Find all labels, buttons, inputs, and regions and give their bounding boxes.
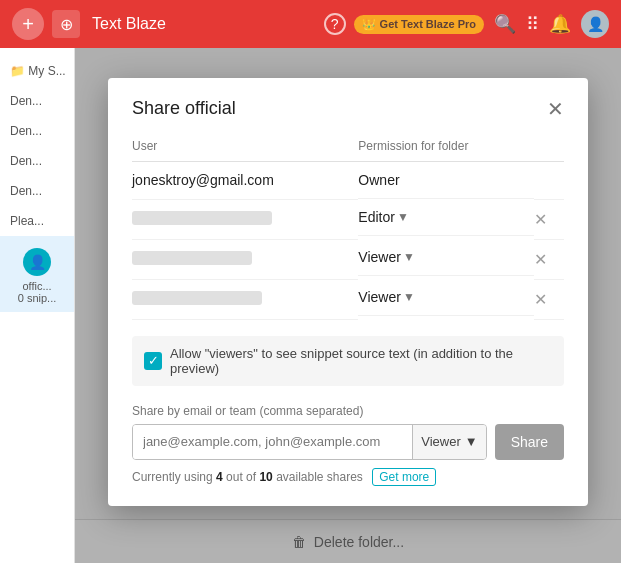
sidebar-item-label: Den... [10, 154, 42, 168]
permission-viewer2-dropdown[interactable]: Viewer ▼ [358, 289, 414, 305]
avatar-icon: 👤 [587, 16, 604, 32]
sidebar-item-den2[interactable]: Den... [0, 116, 74, 146]
user-email-owner: jonesktroy@gmail.com [132, 162, 358, 200]
add-snippet-button[interactable]: ⊕ [52, 10, 80, 38]
app-title: Text Blaze [92, 15, 316, 33]
permission-editor-label: Editor [358, 209, 395, 225]
modal-overlay[interactable]: Share official ✕ User Permission for fol… [75, 48, 621, 563]
sidebar-item-plea[interactable]: Plea... [0, 206, 74, 236]
nav-right-group: 👑 Get Text Blaze Pro 🔍 ⠿ 🔔 👤 [354, 10, 609, 38]
share-input-label: Share by email or team (comma separated) [132, 404, 564, 418]
share-email-input[interactable] [133, 425, 412, 459]
sidebar-item-den3[interactable]: Den... [0, 146, 74, 176]
navbar: + ⊕ Text Blaze ? 👑 Get Text Blaze Pro 🔍 … [0, 0, 621, 48]
users-table: User Permission for folder jonesktroy@gm… [132, 139, 564, 320]
table-row: jonesktroy@gmail.com Owner [132, 162, 564, 200]
dropdown-arrow-icon: ▼ [403, 290, 415, 304]
help-button[interactable]: ? [324, 13, 346, 35]
share-info-connector: out of [223, 470, 260, 484]
table-row: Viewer ▼ ✕ [132, 279, 564, 319]
table-row: Editor ▼ ✕ [132, 199, 564, 239]
user-email-blurred [132, 211, 272, 225]
share-section: Share by email or team (comma separated)… [132, 404, 564, 486]
bell-icon[interactable]: 🔔 [549, 13, 571, 35]
allow-viewers-checkbox-row[interactable]: ✓ Allow "viewers" to see snippet source … [132, 336, 564, 386]
user-icon: 👤 [29, 254, 46, 270]
viewer-select-dropdown[interactable]: Viewer ▼ [412, 425, 485, 459]
crown-icon: 👑 [362, 18, 376, 31]
viewer-select-label: Viewer [421, 434, 461, 449]
sidebar-item-label: Plea... [10, 214, 44, 228]
grid-icon[interactable]: ⠿ [526, 13, 539, 35]
get-more-link[interactable]: Get more [372, 468, 436, 486]
sidebar-active-sublabel: 0 snip... [10, 292, 64, 304]
main-content: Share official ✕ User Permission for fol… [75, 48, 621, 563]
permission-viewer2-cell: Viewer ▼ [358, 289, 414, 305]
snippet-add-icon: ⊕ [60, 15, 73, 34]
help-icon: ? [331, 16, 339, 32]
user-email-blurred [132, 251, 252, 265]
search-icon[interactable]: 🔍 [494, 13, 516, 35]
share-modal: Share official ✕ User Permission for fol… [108, 78, 588, 506]
pro-badge[interactable]: 👑 Get Text Blaze Pro [354, 15, 484, 34]
share-info: Currently using 4 out of 10 available sh… [132, 468, 564, 486]
share-input-row: Viewer ▼ Share [132, 424, 564, 460]
viewer-dropdown-arrow-icon: ▼ [465, 434, 478, 449]
share-info-total: 10 [259, 470, 272, 484]
permission-editor-cell: Editor ▼ [358, 209, 408, 225]
permission-editor-dropdown[interactable]: Editor ▼ [358, 209, 408, 225]
share-info-suffix: available shares [273, 470, 363, 484]
sidebar-active-label: offic... [10, 280, 64, 292]
share-button[interactable]: Share [495, 424, 564, 460]
sidebar-item-label: Den... [10, 124, 42, 138]
share-input-wrapper: Viewer ▼ [132, 424, 487, 460]
checkbox-label: Allow "viewers" to see snippet source te… [170, 346, 552, 376]
share-info-prefix: Currently using [132, 470, 216, 484]
permission-owner: Owner [358, 162, 534, 199]
sidebar-item-den1[interactable]: Den... [0, 86, 74, 116]
sidebar-item-label: Den... [10, 184, 42, 198]
folder-user-icon: 👤 [23, 248, 51, 276]
permission-viewer-dropdown[interactable]: Viewer ▼ [358, 249, 414, 265]
dropdown-arrow-icon: ▼ [397, 210, 409, 224]
page-background: 📁 My S... Den... Den... Den... Den... Pl… [0, 48, 621, 563]
folder-icon: 📁 [10, 64, 25, 78]
sidebar-my-snippets-label: My S... [28, 64, 65, 78]
sidebar-item-my-snippets[interactable]: 📁 My S... [0, 56, 74, 86]
permission-viewer-label: Viewer [358, 249, 401, 265]
dropdown-arrow-icon: ▼ [403, 250, 415, 264]
plus-icon: + [22, 13, 34, 36]
add-button[interactable]: + [12, 8, 44, 40]
modal-header: Share official ✕ [132, 98, 564, 119]
sidebar-item-official[interactable]: 👤 offic... 0 snip... [0, 236, 74, 312]
user-email-blurred [132, 291, 262, 305]
sidebar-item-den4[interactable]: Den... [0, 176, 74, 206]
col-permission-header: Permission for folder [358, 139, 534, 162]
remove-user-button[interactable]: ✕ [534, 210, 547, 229]
modal-close-button[interactable]: ✕ [547, 99, 564, 119]
sidebar: 📁 My S... Den... Den... Den... Den... Pl… [0, 48, 75, 563]
table-row: Viewer ▼ ✕ [132, 239, 564, 279]
permission-viewer2-label: Viewer [358, 289, 401, 305]
checkbox-checked[interactable]: ✓ [144, 352, 162, 370]
remove-user-button[interactable]: ✕ [534, 290, 547, 309]
col-user-header: User [132, 139, 358, 162]
share-info-used: 4 [216, 470, 223, 484]
modal-title: Share official [132, 98, 236, 119]
sidebar-item-label: Den... [10, 94, 42, 108]
remove-user-button[interactable]: ✕ [534, 250, 547, 269]
permission-viewer-cell: Viewer ▼ [358, 249, 414, 265]
pro-label: Get Text Blaze Pro [380, 18, 476, 30]
avatar[interactable]: 👤 [581, 10, 609, 38]
